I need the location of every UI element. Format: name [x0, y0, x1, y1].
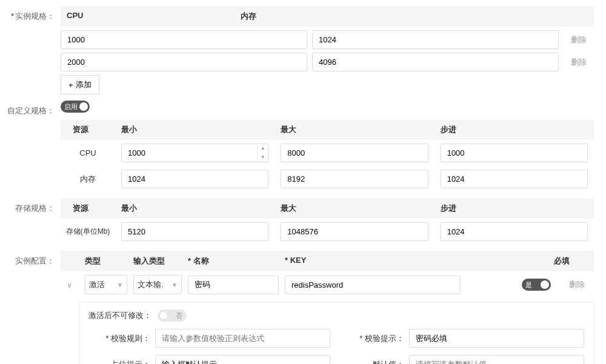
type-select[interactable]: 激活▼ — [85, 275, 127, 294]
storage-spec-label: 存储规格： — [6, 198, 61, 214]
default-value-input[interactable] — [409, 355, 584, 364]
plus-icon: + — [68, 81, 73, 90]
resource-label: CPU — [61, 148, 115, 157]
memory-input[interactable] — [312, 53, 559, 71]
number-stepper[interactable]: ▲▼ — [257, 144, 268, 162]
max-input[interactable] — [281, 170, 428, 188]
custom-spec-header: 资源 最小 最大 步进 — [61, 119, 594, 140]
memory-input[interactable] — [312, 30, 559, 49]
step-input[interactable] — [441, 222, 588, 241]
no-modify-label: 激活后不可修改： — [88, 310, 152, 321]
placeholder-input[interactable] — [155, 355, 330, 364]
max-input[interactable] — [281, 222, 428, 241]
custom-spec-row: 内存 — [61, 166, 594, 192]
instance-spec-label: *实例规格： — [6, 6, 61, 22]
instance-config-row: ∨ 激活▼ 文本输.▼ 是 删除 — [61, 271, 594, 298]
min-input[interactable] — [121, 222, 268, 241]
custom-spec-row: CPU ▲▼ — [61, 140, 594, 166]
min-input[interactable] — [121, 144, 268, 162]
placeholder-label: 占位提示： — [88, 359, 155, 365]
instance-config-header: 类型 输入类型 * 名称 * KEY 必填 — [61, 251, 594, 271]
custom-spec-toggle[interactable]: 启用 — [61, 101, 90, 113]
max-input[interactable] — [281, 144, 428, 162]
instance-spec-header: CPU 内存 — [61, 6, 594, 27]
storage-spec-header: 资源 最小 最大 步进 — [61, 198, 594, 219]
instance-config-label: 实例配置： — [6, 251, 61, 266]
key-input[interactable] — [285, 276, 461, 294]
custom-spec-label: 自定义规格： — [6, 101, 61, 116]
resource-label: 内存 — [61, 174, 115, 185]
config-sub-panel: 激活后不可修改： 否 * 校验规则： * 校验提示： — [79, 302, 594, 364]
step-input[interactable] — [441, 144, 588, 162]
validation-tip-label: * 校验提示： — [342, 333, 409, 344]
validation-rule-input[interactable] — [155, 329, 330, 348]
name-input[interactable] — [188, 276, 279, 294]
validation-tip-input[interactable] — [409, 329, 584, 348]
no-modify-toggle[interactable]: 否 — [158, 309, 187, 322]
instance-spec-row: 删除 — [61, 30, 594, 49]
instance-spec-row: 删除 — [61, 53, 594, 71]
chevron-up-icon[interactable]: ▲ — [258, 144, 268, 153]
input-type-select[interactable]: 文本输.▼ — [133, 275, 182, 294]
min-input[interactable] — [121, 170, 268, 188]
cpu-input[interactable] — [61, 53, 307, 71]
expand-icon[interactable]: ∨ — [67, 281, 72, 290]
caret-down-icon: ▼ — [171, 282, 178, 288]
resource-label: 存储(单位Mb) — [61, 227, 115, 237]
cpu-input[interactable] — [61, 30, 307, 49]
step-input[interactable] — [441, 170, 588, 188]
delete-link[interactable]: 删除 — [569, 279, 585, 290]
default-value-label: 默认值： — [342, 359, 409, 365]
validation-rule-label: * 校验规则： — [88, 333, 155, 344]
header-memory: 内存 — [241, 11, 415, 22]
chevron-down-icon[interactable]: ▼ — [258, 153, 268, 162]
storage-spec-row: 存储(单位Mb) — [61, 219, 594, 245]
delete-link[interactable]: 删除 — [564, 35, 594, 45]
required-toggle[interactable]: 是 — [522, 279, 551, 291]
caret-down-icon: ▼ — [117, 282, 123, 288]
header-cpu: CPU — [67, 11, 241, 22]
delete-link[interactable]: 删除 — [564, 57, 594, 68]
add-button[interactable]: +添加 — [61, 75, 99, 94]
